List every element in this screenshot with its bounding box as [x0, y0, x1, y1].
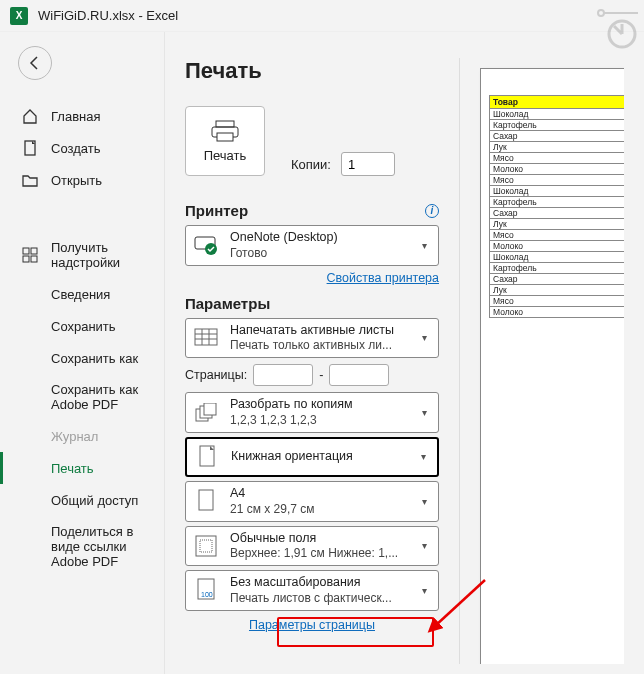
- copies-label: Копии:: [291, 157, 331, 172]
- printer-status-icon: [192, 231, 220, 259]
- preview-cell: Сахар: [489, 208, 624, 219]
- back-button[interactable]: [18, 46, 52, 80]
- sidebar-item-11[interactable]: Поделиться в виде ссылки Adobe PDF: [0, 516, 164, 577]
- svg-rect-18: [196, 536, 216, 556]
- printer-section-title: Принтер: [185, 202, 248, 219]
- annotation-arrow: [425, 576, 490, 636]
- print-button[interactable]: Печать: [185, 106, 265, 176]
- scaling-dropdown[interactable]: 100 Без масштабирования Печать листов с …: [185, 570, 439, 611]
- printer-icon: [210, 120, 240, 142]
- preview-cell: Шоколад: [489, 252, 624, 263]
- svg-rect-15: [204, 403, 216, 415]
- params-section-title: Параметры: [185, 295, 270, 312]
- preview-cell: Молоко: [489, 307, 624, 318]
- sidebar-item-4[interactable]: Сведения: [0, 278, 164, 310]
- paper-size-dropdown[interactable]: A4 21 см x 29,7 см ▾: [185, 481, 439, 522]
- svg-rect-17: [199, 490, 213, 510]
- window-title: WiFiGiD.RU.xlsx - Excel: [38, 8, 178, 23]
- printer-properties-link[interactable]: Свойства принтера: [327, 271, 439, 285]
- collate-icon: [192, 399, 220, 427]
- preview-cell: Мясо: [489, 153, 624, 164]
- preview-cell: Мясо: [489, 230, 624, 241]
- chevron-down-icon: ▾: [418, 407, 430, 418]
- excel-app-icon: X: [10, 7, 28, 25]
- preview-cell: Лук: [489, 142, 624, 153]
- orientation-dropdown[interactable]: Книжная ориентация ▾: [185, 437, 439, 477]
- printer-dropdown[interactable]: OneNote (Desktop) Готово ▾: [185, 225, 439, 266]
- sidebar-item-7[interactable]: Сохранить как Adobe PDF: [0, 374, 164, 420]
- sidebar-item-10[interactable]: Общий доступ: [0, 484, 164, 516]
- home-icon: [22, 108, 38, 124]
- print-button-label: Печать: [204, 148, 247, 163]
- preview-cell: Мясо: [489, 175, 624, 186]
- print-preview: Товар ШоколадКартофельСахарЛукМясоМолоко…: [459, 58, 624, 664]
- svg-rect-7: [216, 121, 234, 127]
- preview-cell: Молоко: [489, 241, 624, 252]
- chevron-down-icon: ▾: [418, 332, 430, 343]
- preview-cell: Сахар: [489, 131, 624, 142]
- chevron-down-icon: ▾: [417, 451, 429, 462]
- preview-cell: Картофель: [489, 263, 624, 274]
- preview-cell: Молоко: [489, 164, 624, 175]
- new-icon: [22, 140, 38, 156]
- svg-rect-9: [217, 133, 233, 141]
- preview-cell: Лук: [489, 285, 624, 296]
- open-icon: [22, 172, 38, 188]
- preview-cell: Сахар: [489, 274, 624, 285]
- page-heading: Печать: [185, 58, 439, 84]
- scaling-icon: 100: [192, 576, 220, 604]
- preview-cell: Шоколад: [489, 109, 624, 120]
- copies-input[interactable]: [341, 152, 395, 176]
- preview-cell: Шоколад: [489, 186, 624, 197]
- svg-rect-6: [31, 256, 37, 262]
- svg-point-1: [598, 10, 604, 16]
- watermark-logo: [594, 6, 638, 50]
- addins-icon: [22, 247, 38, 263]
- print-what-dropdown[interactable]: Напечатать активные листы Печать только …: [185, 318, 439, 359]
- chevron-down-icon: ▾: [418, 240, 430, 251]
- chevron-down-icon: ▾: [418, 496, 430, 507]
- chevron-down-icon: ▾: [418, 540, 430, 551]
- annotation-highlight: [277, 617, 434, 647]
- page-icon: [192, 487, 220, 515]
- sheets-icon: [192, 324, 220, 352]
- portrait-icon: [193, 443, 221, 471]
- svg-rect-5: [23, 256, 29, 262]
- svg-rect-12: [195, 329, 217, 345]
- sidebar-item-0[interactable]: Главная: [0, 100, 164, 132]
- svg-rect-4: [31, 248, 37, 254]
- margins-dropdown[interactable]: Обычные поля Верхнее: 1,91 см Нижнее: 1,…: [185, 526, 439, 567]
- sidebar-item-5[interactable]: Сохранить: [0, 310, 164, 342]
- preview-cell: Картофель: [489, 197, 624, 208]
- sidebar-item-2[interactable]: Открыть: [0, 164, 164, 196]
- pages-label: Страницы:: [185, 368, 247, 382]
- pages-from-input[interactable]: [253, 364, 313, 386]
- preview-cell: Мясо: [489, 296, 624, 307]
- margins-icon: [192, 532, 220, 560]
- sidebar-item-6[interactable]: Сохранить как: [0, 342, 164, 374]
- preview-header: Товар: [489, 95, 624, 109]
- preview-cell: Лук: [489, 219, 624, 230]
- sidebar-item-3[interactable]: Получить надстройки: [0, 232, 164, 278]
- info-icon[interactable]: i: [425, 204, 439, 218]
- svg-rect-3: [23, 248, 29, 254]
- collate-dropdown[interactable]: Разобрать по копиям 1,2,3 1,2,3 1,2,3 ▾: [185, 392, 439, 433]
- svg-rect-19: [200, 540, 212, 552]
- preview-cell: Картофель: [489, 120, 624, 131]
- sidebar-item-8[interactable]: Журнал: [0, 420, 164, 452]
- sidebar-item-1[interactable]: Создать: [0, 132, 164, 164]
- pages-to-input[interactable]: [329, 364, 389, 386]
- svg-text:100: 100: [201, 591, 213, 598]
- sidebar-item-9[interactable]: Печать: [0, 452, 164, 484]
